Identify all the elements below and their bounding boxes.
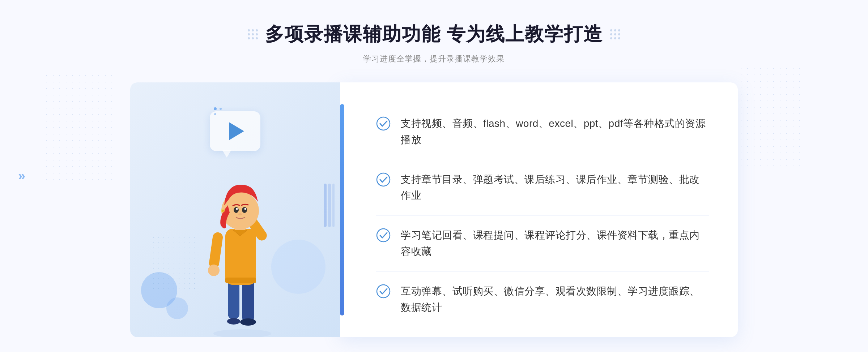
svg-rect-7 [242,279,254,323]
svg-point-6 [213,329,271,337]
svg-point-5 [214,113,216,115]
left-arrow-decoration: » [18,168,25,184]
check-circle-icon [376,172,391,187]
svg-point-23 [244,208,246,210]
features-card-inner: 支持视频、音频、flash、word、excel、ppt、pdf等各种格式的资源… [376,104,709,315]
check-circle-icon [376,284,391,299]
svg-point-24 [238,213,242,215]
dot-pattern-right [738,65,803,166]
dot [614,37,616,39]
svg-point-3 [214,107,217,110]
play-triangle-icon [229,122,244,140]
dot [610,29,612,31]
feature-item: 学习笔记回看、课程提问、课程评论打分、课件资料下载，重点内容收藏 [376,216,709,272]
title-dots-right [610,29,620,39]
header-title-wrapper: 多项录播课辅助功能 专为线上教学打造 [248,22,620,47]
page-container: » 多项录播课 [0,0,868,352]
dot [256,33,258,35]
dot [248,33,250,35]
header-section: 多项录播课辅助功能 专为线上教学打造 [248,0,620,64]
feature-item: 互动弹幕、试听购买、微信分享、观看次数限制、学习进度跟踪、数据统计 [376,272,709,316]
dot [252,29,254,31]
feature-item: 支持章节目录、弹题考试、课后练习、课后作业、章节测验、批改作业 [376,160,709,216]
svg-rect-8 [228,279,239,319]
dot [252,33,254,35]
svg-rect-2 [332,184,335,227]
dot-pattern-left [43,72,116,181]
dot [614,33,616,35]
dot [248,29,250,31]
svg-rect-0 [324,184,327,227]
feature-item: 支持视频、音频、flash、word、excel、ppt、pdf等各种格式的资源… [376,104,709,160]
page-subtitle: 学习进度全掌握，提升录播课教学效果 [248,53,620,64]
illustration-area [130,82,340,337]
svg-point-26 [222,210,224,212]
dot [618,37,620,39]
dot [614,29,616,31]
page-title: 多项录播课辅助功能 专为线上教学打造 [265,22,603,47]
svg-point-28 [377,173,390,186]
feature-text-1: 支持视频、音频、flash、word、excel、ppt、pdf等各种格式的资源… [401,116,709,148]
svg-point-30 [377,285,390,298]
svg-point-14 [208,265,220,276]
main-content: 支持视频、音频、flash、word、excel、ppt、pdf等各种格式的资源… [130,82,738,337]
features-card: 支持视频、音频、flash、word、excel、ppt、pdf等各种格式的资源… [340,82,738,337]
svg-point-29 [377,229,390,242]
check-circle-icon [376,228,391,242]
svg-rect-13 [208,232,224,269]
check-circle-icon [376,116,391,131]
svg-point-27 [377,117,390,130]
svg-point-21 [242,207,247,213]
feature-text-4: 互动弹幕、试听购买、微信分享、观看次数限制、学习进度跟踪、数据统计 [401,283,709,316]
dot [256,37,258,39]
dot [252,37,254,39]
stripe-decoration [324,184,335,228]
svg-point-4 [220,108,222,110]
sparkle-decoration [213,107,224,119]
decorative-circle-small [166,297,188,319]
dot [610,33,612,35]
svg-point-10 [227,318,240,325]
character-illustration [186,149,295,337]
svg-point-22 [236,208,238,210]
blue-accent-bar [340,104,344,315]
svg-rect-12 [225,278,256,283]
feature-text-2: 支持章节目录、弹题考试、课后练习、课后作业、章节测验、批改作业 [401,172,709,204]
dot [618,33,620,35]
svg-point-20 [234,207,239,213]
dot [610,37,612,39]
dot [256,29,258,31]
dot [618,29,620,31]
feature-text-3: 学习笔记回看、课程提问、课程评论打分、课件资料下载，重点内容收藏 [401,227,709,260]
svg-point-9 [240,318,256,326]
dot [248,37,250,39]
svg-rect-1 [328,184,331,227]
svg-rect-11 [225,229,256,285]
title-dots-left [248,29,258,39]
